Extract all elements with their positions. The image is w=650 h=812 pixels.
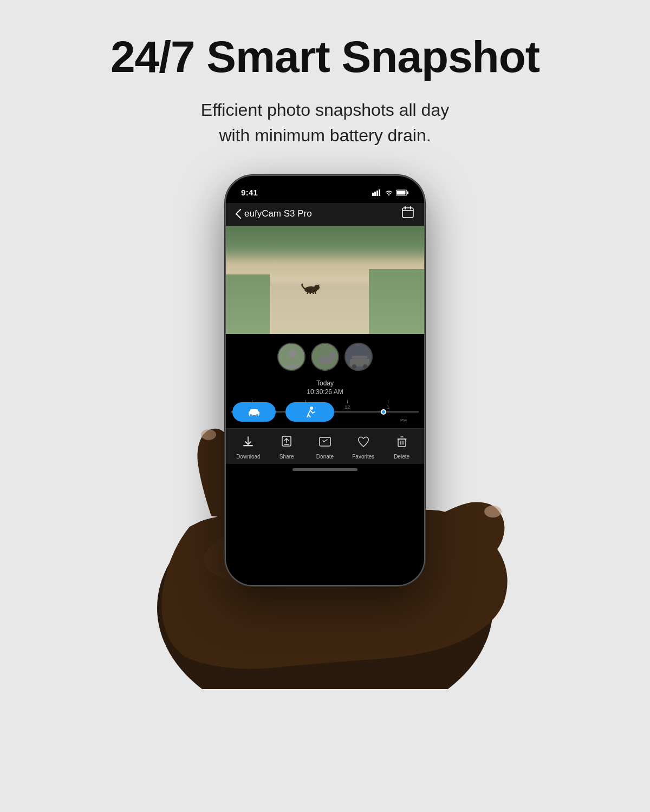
timeline-position-dot xyxy=(381,409,386,415)
back-chevron-icon xyxy=(236,209,241,219)
svg-rect-11 xyxy=(397,191,406,194)
thumbnail-dog[interactable] xyxy=(311,343,339,371)
battery-icon xyxy=(396,189,409,196)
car-icon xyxy=(248,408,260,416)
timeline-car-filter[interactable] xyxy=(232,402,276,422)
timeline-track[interactable]: 10 11 12 1 xyxy=(231,400,419,424)
phone-scene: 9:41 xyxy=(114,175,536,689)
svg-line-21 xyxy=(315,292,316,294)
subtitle-line1: Efficient photo snapshots all day xyxy=(201,100,449,120)
svg-line-19 xyxy=(309,293,310,294)
nav-title: eufyCam S3 Pro xyxy=(244,208,312,219)
download-label: Download xyxy=(236,454,260,460)
favorites-label: Favorites xyxy=(352,454,374,460)
favorites-icon xyxy=(357,435,370,451)
nav-back-button[interactable]: eufyCam S3 Pro xyxy=(236,208,312,219)
donate-label: Donate xyxy=(316,454,334,460)
scene-lawn-right xyxy=(369,269,424,334)
status-icons xyxy=(372,189,409,196)
svg-point-1 xyxy=(201,429,216,440)
svg-rect-8 xyxy=(379,189,380,196)
donate-icon xyxy=(318,435,332,451)
share-label: Share xyxy=(280,454,294,460)
bottom-toolbar: Download Share xyxy=(226,428,424,464)
timeline-area: Today 10:30:26 AM 10 11 xyxy=(226,379,424,428)
svg-rect-12 xyxy=(402,208,413,218)
svg-rect-37 xyxy=(243,446,253,447)
page-title: 24/7 Smart Snapshot xyxy=(110,32,540,81)
download-button[interactable]: Download xyxy=(234,435,262,460)
svg-rect-29 xyxy=(352,356,367,362)
svg-point-30 xyxy=(352,364,356,369)
running-person-icon xyxy=(304,407,316,417)
svg-point-34 xyxy=(250,414,252,416)
wifi-icon xyxy=(385,189,393,196)
svg-line-20 xyxy=(313,293,314,294)
delete-label: Delete xyxy=(394,454,410,460)
svg-rect-10 xyxy=(407,191,409,194)
subtitle-line2: with minimum battery drain. xyxy=(219,126,431,145)
scene-lawn-left xyxy=(226,274,270,334)
time-value: 10:30:26 AM xyxy=(226,388,424,396)
calendar-icon[interactable] xyxy=(401,206,414,221)
svg-point-4 xyxy=(484,506,502,518)
page-subtitle: Efficient photo snapshots all day with m… xyxy=(201,97,449,148)
thumbnail-car[interactable] xyxy=(344,343,373,371)
timeline-person-filter[interactable] xyxy=(285,402,334,422)
svg-point-35 xyxy=(256,414,259,416)
share-button[interactable]: Share xyxy=(272,435,301,460)
thumbnail-strip xyxy=(226,334,424,379)
phone-screen: 9:41 xyxy=(226,176,424,585)
tick-1: 1 xyxy=(387,400,389,410)
svg-rect-39 xyxy=(320,437,330,446)
svg-rect-5 xyxy=(372,193,374,196)
delete-icon xyxy=(395,435,408,451)
svg-point-26 xyxy=(328,352,336,359)
svg-point-31 xyxy=(363,364,367,369)
svg-rect-40 xyxy=(398,439,406,447)
delete-button[interactable]: Delete xyxy=(388,435,416,460)
scene-trees xyxy=(226,226,424,264)
nav-bar: eufyCam S3 Pro xyxy=(226,203,424,226)
status-time: 9:41 xyxy=(241,188,258,197)
phone-frame: 9:41 xyxy=(225,175,425,586)
svg-line-18 xyxy=(307,293,308,294)
svg-point-36 xyxy=(310,407,313,410)
dynamic-island xyxy=(292,182,358,200)
dog-silhouette xyxy=(301,281,321,294)
donate-button[interactable]: Donate xyxy=(311,435,339,460)
home-bar xyxy=(292,468,358,471)
tick-12: 12 xyxy=(344,400,350,410)
signal-icon xyxy=(372,189,382,196)
svg-rect-7 xyxy=(376,191,378,196)
thumbnail-person[interactable] xyxy=(277,343,306,371)
share-icon xyxy=(280,435,293,451)
pm-label: PM xyxy=(400,418,407,423)
svg-point-23 xyxy=(288,349,297,358)
favorites-button[interactable]: Favorites xyxy=(349,435,378,460)
date-label: Today xyxy=(226,379,424,387)
svg-rect-33 xyxy=(250,409,258,413)
camera-view xyxy=(226,226,424,334)
download-icon xyxy=(242,435,255,451)
svg-rect-6 xyxy=(374,192,376,196)
home-indicator xyxy=(226,464,424,479)
